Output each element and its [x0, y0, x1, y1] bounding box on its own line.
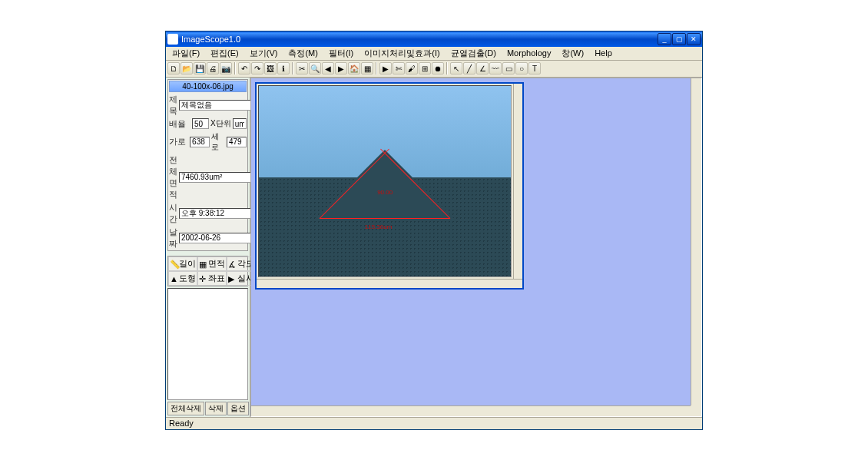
height-label: 세로 [211, 131, 225, 153]
measurement-line-base[interactable] [320, 218, 451, 219]
save-icon[interactable]: 💾 [194, 62, 206, 74]
maximize-button[interactable]: ▢ [672, 33, 686, 45]
area-label: 전체면적 [169, 154, 177, 200]
workspace-scrollbar-vertical[interactable] [691, 78, 701, 405]
bottom-tabs: 전체삭제 삭제 옵션 그래프 [167, 402, 248, 415]
ruler-icon: 📏 [170, 260, 177, 267]
measurement-angle-label: 90.00 [377, 189, 393, 196]
forward-icon[interactable]: ▶ [335, 62, 347, 74]
info-icon[interactable]: ℹ [277, 62, 290, 74]
titlebar: ImageScope1.0 _ ▢ ✕ [166, 31, 702, 47]
measurement-list[interactable] [167, 288, 248, 400]
tab-delete[interactable]: 삭제 [205, 402, 227, 415]
filename-display: 40-100x-06.jpg [169, 81, 247, 92]
play-icon[interactable]: ▶ [379, 62, 392, 74]
unit-prefix: X단위 [210, 118, 231, 129]
circle-icon[interactable]: ○ [515, 62, 528, 74]
image-document-window[interactable]: 90.00 115.36um [255, 82, 524, 290]
shape-icon: ▲ [170, 274, 177, 282]
window-title: ImageScope1.0 [181, 35, 658, 44]
stamp-icon[interactable]: ⊞ [419, 62, 431, 74]
menu-effects[interactable]: 이미지처리및효과(I) [359, 47, 444, 60]
content-area: 40-100x-06.jpg 제목 배율 X단위 가로 세로 [166, 78, 702, 417]
redo-icon[interactable]: ↷ [251, 62, 263, 74]
line-icon[interactable]: ╱ [463, 62, 475, 74]
tool-length[interactable]: 📏길이 [168, 256, 197, 271]
toolbar-separator [234, 62, 236, 74]
new-icon[interactable]: 🗋 [167, 62, 180, 74]
workspace-scrollbar-horizontal[interactable] [251, 405, 691, 416]
toolbar-separator [446, 62, 448, 74]
find-icon[interactable]: 🔍 [309, 62, 321, 74]
info-panel: 40-100x-06.jpg 제목 배율 X단위 가로 세로 [167, 79, 248, 251]
crop-icon[interactable]: ✂ [296, 62, 308, 74]
magnification-input[interactable] [192, 118, 209, 129]
tab-option[interactable]: 옵션 [227, 402, 249, 415]
statusbar: Ready [166, 417, 702, 429]
back-icon[interactable]: ◀ [322, 62, 334, 74]
area-icon: ▦ [199, 260, 207, 267]
home-icon[interactable]: 🏠 [348, 62, 360, 74]
angle-icon[interactable]: ∠ [476, 62, 489, 74]
app-window: ImageScope1.0 _ ▢ ✕ 파일(F) 편집(E) 보기(V) 측정… [165, 31, 703, 430]
open-icon[interactable]: 📂 [181, 62, 193, 74]
toolbar: 🗋 📂 💾 🖨 📷 ↶ ↷ 🖼 ℹ ✂ 🔍 ◀ ▶ 🏠 ▦ ▶ ✄ 🖌 ⊞ ⏺ … [166, 61, 702, 78]
image-icon[interactable]: 🖼 [264, 62, 277, 74]
title-label: 제목 [169, 94, 177, 117]
image-scrollbar-vertical[interactable] [513, 84, 522, 279]
window-controls: _ ▢ ✕ [658, 33, 701, 45]
menu-crack[interactable]: 균열검출(D) [446, 47, 501, 60]
tab-delete-all[interactable]: 전체삭제 [167, 402, 204, 415]
cut-icon[interactable]: ✄ [393, 62, 405, 74]
width-input[interactable] [190, 137, 210, 147]
image-scrollbar-horizontal[interactable] [257, 279, 522, 288]
rect-icon[interactable]: ▭ [502, 62, 515, 74]
width-label: 가로 [169, 136, 188, 147]
toolbar-separator [376, 62, 377, 74]
measurement-length-label: 115.36um [365, 223, 393, 230]
measure-tool-grid: 📏길이 ▦면적 ∡각도 ▲도형 ✛좌표 ▶실시간 [167, 256, 248, 286]
menu-file[interactable]: 파일(F) [167, 47, 204, 60]
menu-filter[interactable]: 필터(I) [324, 47, 358, 60]
angle-icon: ∡ [228, 260, 236, 267]
app-icon [167, 34, 178, 45]
time-label: 시간 [169, 202, 177, 225]
status-text: Ready [169, 419, 194, 428]
date-label: 날짜 [169, 227, 177, 250]
workspace[interactable]: 90.00 115.36um [250, 78, 702, 417]
toolbar-separator [292, 62, 293, 74]
microscope-image[interactable]: 90.00 115.36um [258, 85, 512, 277]
height-input[interactable] [227, 137, 247, 147]
realtime-icon: ▶ [228, 274, 236, 282]
sample-triangle [316, 150, 454, 219]
tool-coord[interactable]: ✛좌표 [197, 271, 227, 286]
menu-measure[interactable]: 측정(M) [283, 47, 323, 60]
menu-view[interactable]: 보기(V) [245, 47, 283, 60]
tool-shape[interactable]: ▲도형 [168, 271, 197, 286]
close-button[interactable]: ✕ [687, 33, 701, 45]
minimize-button[interactable]: _ [658, 33, 671, 45]
brush-icon[interactable]: 🖌 [406, 62, 418, 74]
tool-area[interactable]: ▦면적 [197, 256, 227, 271]
menu-window[interactable]: 창(W) [557, 47, 588, 60]
magnification-label: 배율 [169, 118, 190, 130]
curve-icon[interactable]: 〰 [489, 62, 502, 74]
grid-icon[interactable]: ▦ [361, 62, 373, 74]
menu-help[interactable]: Help [590, 48, 617, 58]
undo-icon[interactable]: ↶ [238, 62, 250, 74]
unit-input[interactable] [233, 118, 247, 129]
text-icon[interactable]: T [528, 62, 541, 74]
menu-edit[interactable]: 편집(E) [206, 47, 244, 60]
print-icon[interactable]: 🖨 [207, 62, 219, 74]
menu-morphology[interactable]: Morphology [502, 48, 555, 58]
camera-icon[interactable]: 📷 [220, 62, 232, 74]
left-panel: 40-100x-06.jpg 제목 배율 X단위 가로 세로 [166, 78, 250, 417]
workspace-scroll-corner [691, 405, 701, 416]
menubar: 파일(F) 편집(E) 보기(V) 측정(M) 필터(I) 이미지처리및효과(I… [166, 47, 702, 61]
coord-icon: ✛ [199, 274, 207, 282]
record-icon[interactable]: ⏺ [432, 62, 444, 74]
pointer-icon[interactable]: ↖ [450, 62, 462, 74]
